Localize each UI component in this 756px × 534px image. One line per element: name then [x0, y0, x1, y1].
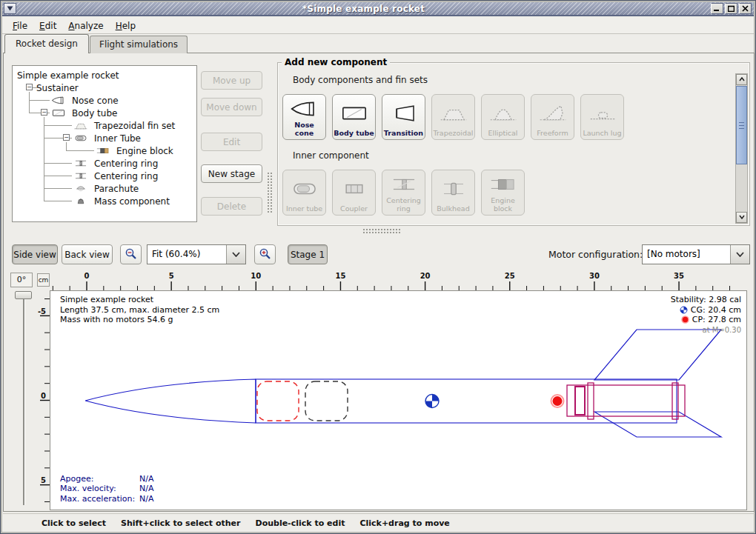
motor-configuration-combo[interactable]: [No motors] — [642, 244, 750, 264]
centering-ring-icon — [72, 158, 90, 168]
tree-item-nose-cone[interactable]: Nose cone — [50, 94, 120, 107]
add-transition-button[interactable]: Transition — [382, 94, 425, 140]
tree-expander-sustainer[interactable]: − — [26, 84, 33, 90]
fin-bottom-shape[interactable] — [594, 412, 721, 437]
flight-stat-row: Max. acceleration:N/A — [60, 494, 153, 504]
nose-cone-shape[interactable] — [85, 379, 256, 423]
add-body-tube-button[interactable]: Body tube — [332, 94, 376, 140]
status-hint: Double-click to edit — [256, 518, 345, 528]
motor-configuration-label: Motor configuration: — [548, 249, 643, 260]
parachute-shape[interactable] — [257, 381, 299, 421]
add-freeform-button[interactable]: Freeform — [531, 94, 574, 140]
minimize-button[interactable] — [711, 3, 723, 14]
svg-text:0: 0 — [84, 272, 90, 280]
tab-rocket-design[interactable]: Rocket design — [4, 34, 89, 53]
component-tree[interactable]: Simple example rocket−SustainerNose cone… — [12, 65, 197, 222]
add-inner-tube-button[interactable]: Inner tube — [282, 170, 326, 216]
triangle-down-icon — [7, 6, 13, 11]
add-bulkhead-button[interactable]: Bulkhead — [431, 170, 475, 216]
tab-flight-simulations[interactable]: Flight simulations — [90, 36, 188, 53]
centering-ring-rear-shape[interactable] — [672, 383, 678, 419]
scroll-down-button[interactable] — [736, 212, 747, 223]
engine-block-shape[interactable] — [575, 387, 585, 415]
vertical-splitter[interactable] — [267, 172, 273, 213]
tree-item-body-tube[interactable]: Body tube — [50, 107, 119, 119]
centering-ring-icon — [389, 175, 419, 194]
add-engine-block-button[interactable]: Engine block — [481, 170, 525, 216]
tree-connector — [29, 100, 50, 101]
tree-item-parachute[interactable]: Parachute — [72, 182, 140, 195]
menu-file[interactable]: File — [7, 19, 33, 33]
mass-component-shape[interactable] — [305, 381, 348, 421]
component-button-label: Engine block — [483, 197, 523, 213]
centering-ring-icon — [72, 171, 90, 181]
rotation-slider-handle[interactable] — [15, 291, 32, 299]
tree-item-centering-ring[interactable]: Centering ring — [72, 170, 159, 182]
tree-item-label: Simple example rocket — [16, 70, 120, 81]
tab-bar: Rocket designFlight simulations — [4, 36, 188, 53]
flight-stat-label: Max. acceleration: — [60, 494, 139, 504]
rocket-name: Simple example rocket — [60, 295, 219, 305]
cg-icon — [680, 306, 688, 314]
menu-analyze[interactable]: Analyze — [62, 19, 109, 33]
tree-item-trapezoidal-fin-set[interactable]: Trapezoidal fin set — [72, 119, 176, 132]
flight-stat-value: N/A — [139, 494, 153, 504]
component-button-label: Coupler — [340, 205, 368, 213]
add-coupler-button[interactable]: Coupler — [332, 170, 376, 216]
new-stage-button[interactable]: New stage — [201, 164, 262, 183]
zoom-out-button[interactable] — [120, 244, 142, 264]
motor-combo-arrow[interactable] — [730, 245, 749, 264]
tree-item-simple-example-rocket[interactable]: Simple example rocket — [16, 69, 120, 81]
add-trapezoidal-button[interactable]: Trapezoidal — [431, 94, 475, 140]
rocket-canvas[interactable]: Simple example rocket Length 37.5 cm, ma… — [50, 290, 747, 510]
svg-text:20: 20 — [420, 272, 431, 280]
component-button-label: Body tube — [334, 130, 374, 138]
tree-item-sustainer[interactable]: Sustainer — [35, 81, 80, 94]
menu-help[interactable]: Help — [110, 19, 142, 33]
edit-button[interactable]: Edit — [201, 133, 262, 151]
side-view-button[interactable]: Side view — [12, 244, 58, 264]
zoom-combo-arrow[interactable] — [226, 245, 245, 264]
body-tube-icon — [50, 108, 67, 118]
scroll-up-button[interactable] — [736, 74, 747, 85]
fin-top-shape[interactable] — [594, 330, 721, 380]
maximize-icon — [728, 5, 735, 12]
rocket-dimensions: Length 37.5 cm, max. diameter 2.5 cm — [60, 305, 219, 316]
close-button[interactable] — [739, 3, 752, 14]
menubar: FileEditAnalyzeHelp — [2, 18, 754, 34]
section-label-body-components-and-fin-sets: Body components and fin sets — [293, 75, 428, 85]
tree-item-centering-ring[interactable]: Centering ring — [72, 157, 159, 170]
status-hint: Click+drag to move — [359, 518, 449, 528]
centering-ring-front-shape[interactable] — [588, 383, 594, 419]
zoom-combo[interactable]: Fit (60.4%) — [147, 244, 246, 264]
component-button-label: Elliptical — [488, 130, 518, 138]
move-down-button[interactable]: Move down — [201, 98, 262, 116]
statusbar: Click to selectShift+click to select oth… — [3, 513, 755, 532]
tree-expander-body-tube[interactable]: − — [41, 109, 47, 116]
tree-item-engine-block[interactable]: Engine block — [94, 144, 175, 157]
stage-1-button[interactable]: Stage 1 — [288, 244, 328, 264]
app-icon[interactable] — [4, 3, 16, 14]
component-scrollbar[interactable] — [735, 73, 748, 224]
tree-item-mass-component[interactable]: Mass component — [72, 195, 171, 207]
tree-connector — [44, 125, 72, 126]
tree-item-label: Sustainer — [35, 83, 80, 93]
zoom-in-button[interactable] — [254, 244, 276, 264]
tree-item-inner-tube[interactable]: Inner Tube — [72, 132, 142, 144]
add-elliptical-button[interactable]: Elliptical — [481, 94, 525, 140]
svg-text:15: 15 — [335, 272, 345, 280]
add-centering-ring-button[interactable]: Centering ring — [382, 170, 425, 216]
rotation-slider-track[interactable] — [23, 299, 25, 505]
add-launch-lug-button[interactable]: Launch lug — [580, 94, 624, 140]
menu-edit[interactable]: Edit — [33, 19, 62, 33]
back-view-button[interactable]: Back view — [62, 244, 113, 264]
svg-text:35: 35 — [674, 272, 684, 280]
delete-button[interactable]: Delete — [201, 197, 262, 216]
nose-cone-icon — [290, 99, 319, 119]
add-nose-cone-button[interactable]: Nose cone — [282, 94, 326, 140]
move-up-button[interactable]: Move up — [201, 71, 262, 90]
maximize-button[interactable] — [725, 3, 737, 14]
scrollbar-thumb[interactable] — [736, 86, 747, 164]
tree-expander-inner-tube[interactable]: − — [63, 134, 70, 141]
titlebar[interactable]: *Simple example rocket — [2, 2, 754, 16]
